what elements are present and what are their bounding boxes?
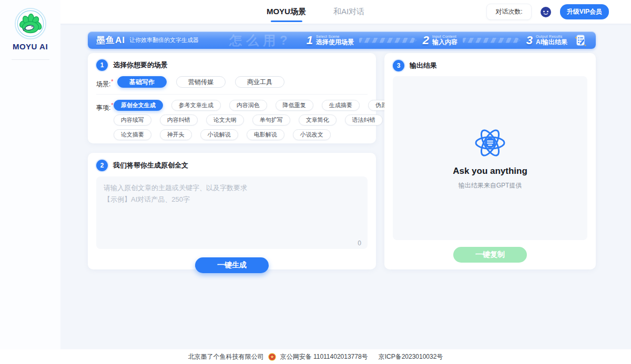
footer: 北京墨了个鱼科技有限公司 京公网安备 11011402013778号 京ICP备… [0, 349, 631, 364]
sidebar-divider [12, 59, 49, 60]
item-chip-novel-rewrite[interactable]: 小说改文 [293, 129, 331, 140]
output-empty-panel: Ask you anything 输出结果来自GPT提供 [393, 76, 587, 240]
copy-button-row: 一键复制 [393, 247, 587, 263]
item-chip-original-fulltext[interactable]: 原创全文生成 [114, 100, 163, 111]
banner-steps: 1 Select Scene 选择使用场景 2 Input Content 输入… [307, 35, 567, 46]
nav-tabs: MOYU场景 和AI对话 [267, 0, 364, 24]
banner-step-3: 3 Output Results AI输出结果 [526, 35, 567, 46]
scene-field-label: 场景:* [96, 76, 117, 89]
step-1-zh-label: 选择使用场景 [316, 39, 354, 46]
scene-card-header: 1 选择你想要的场景 [96, 59, 368, 71]
input-textarea-wrap: 0 [96, 176, 368, 251]
step-2-number: 2 [423, 35, 429, 46]
output-card-title: 输出结果 [410, 61, 437, 70]
step-2-en-label: Input Content [432, 35, 457, 39]
topbar-right: 对话次数: 升级VIP会员 [486, 0, 609, 24]
banner-brand: 墨鱼AI [96, 34, 125, 46]
step-arrow-band [359, 38, 418, 43]
logo[interactable]: MOYU AI [0, 0, 60, 51]
step-3-en-label: Output Results [536, 35, 567, 39]
step-1-number: 1 [307, 35, 313, 46]
step-2-zh-label: 输入内容 [432, 39, 457, 46]
copy-button[interactable]: 一键复制 [453, 247, 527, 263]
banner-step-1: 1 Select Scene 选择使用场景 [307, 35, 354, 46]
item-chip-article-simplify[interactable]: 文章简化 [299, 115, 337, 126]
tab-ai-chat-label: 和AI对话 [333, 7, 364, 17]
required-mark: * [111, 78, 113, 85]
scene-card-title: 选择你想要的场景 [113, 60, 168, 70]
tab-ai-chat[interactable]: 和AI对话 [333, 0, 364, 24]
page: MOYU场景 和AI对话 对话次数: 升级VIP会员 [0, 0, 631, 364]
item-chip-paper-outline[interactable]: 论文大纲 [206, 115, 244, 126]
step-1-badge: 1 [96, 59, 108, 71]
step-arrow-band [463, 38, 521, 43]
topbar: MOYU场景 和AI对话 对话次数: 升级VIP会员 [0, 0, 631, 24]
empty-state-title: Ask you anything [453, 166, 527, 176]
step-1-en-label: Select Scene [316, 35, 354, 39]
item-chip-movie-commentary[interactable]: 电影解说 [247, 129, 284, 140]
police-badge-icon [268, 353, 276, 361]
active-tab-underline [270, 20, 302, 22]
input-card: 2 我们将帮你生成原创全文 0 一键生成 [88, 153, 376, 269]
banner-watermark: 怎么用? [229, 32, 292, 49]
logo-text: MOYU AI [13, 42, 48, 51]
footer-police-record: 京公网安备 11011402013778号 [280, 352, 368, 361]
item-chip-content-polish[interactable]: 内容润色 [229, 100, 267, 111]
moyu-logo-icon [14, 7, 47, 40]
item-chips-row: 事项:* 原创全文生成 参考文章生成 内容润色 降低重复 生成摘要 伪原创 强力… [96, 100, 368, 140]
scene-tab-basic-writing[interactable]: 基础写作 [117, 76, 167, 88]
item-chip-content-correction[interactable]: 内容纠错 [160, 115, 198, 126]
tab-moyu-scene[interactable]: MOYU场景 [267, 0, 306, 24]
char-counter: 0 [358, 240, 361, 247]
item-chip-novel-commentary[interactable]: 小说解说 [200, 129, 238, 140]
item-chip-sentence-expand[interactable]: 单句扩写 [252, 115, 290, 126]
generate-button[interactable]: 一键生成 [195, 257, 269, 273]
tab-moyu-scene-label: MOYU场景 [267, 7, 306, 17]
topic-input[interactable] [96, 176, 368, 249]
step-3-number: 3 [526, 35, 533, 46]
sidebar: MOYU AI [0, 0, 60, 349]
item-chip-great-opening[interactable]: 神开头 [160, 129, 192, 140]
output-card: 3 输出结果 [384, 53, 596, 269]
memo-pencil-icon [574, 34, 587, 47]
avatar-face-icon [539, 5, 553, 19]
user-avatar-icon[interactable] [539, 5, 553, 19]
banner-tagline: 让你效率翻倍的文字生成器 [129, 36, 199, 44]
generate-button-row: 一键生成 [96, 257, 368, 273]
banner-step-2: 2 Input Content 输入内容 [423, 35, 457, 46]
item-chip-content-continue[interactable]: 内容续写 [114, 115, 151, 126]
scene-select-card: 1 选择你想要的场景 场景:* 基础写作 营销传媒 商业工具 事项:* [88, 53, 376, 143]
chat-count-pill[interactable]: 对话次数: [486, 4, 531, 20]
scene-tabs-row: 场景:* 基础写作 营销传媒 商业工具 [96, 76, 368, 89]
item-chip-grammar-correction[interactable]: 语法纠错 [345, 115, 383, 126]
step-3-badge: 3 [393, 60, 404, 71]
item-field-label: 事项:* [96, 100, 114, 112]
footer-company: 北京墨了个鱼科技有限公司 [188, 352, 264, 361]
item-chip-generate-summary[interactable]: 生成摘要 [322, 100, 360, 111]
atom-icon [473, 126, 507, 160]
scene-tab-marketing-media[interactable]: 营销传媒 [176, 76, 226, 88]
item-chip-reduce-duplication[interactable]: 降低重复 [276, 100, 313, 111]
item-chip-paper-abstract[interactable]: 论文摘要 [114, 129, 151, 140]
scene-tab-business-tools[interactable]: 商业工具 [235, 76, 284, 88]
how-to-banner: 墨鱼AI 让你效率翻倍的文字生成器 怎么用? 1 Select Scene 选择… [88, 32, 596, 49]
left-column: 1 选择你想要的场景 场景:* 基础写作 营销传媒 商业工具 事项:* [88, 53, 376, 269]
scene-tab-group: 基础写作 营销传媒 商业工具 [117, 76, 284, 88]
main-content: 墨鱼AI 让你效率翻倍的文字生成器 怎么用? 1 Select Scene 选择… [60, 24, 631, 349]
empty-state-subtitle: 输出结果来自GPT提供 [459, 181, 522, 190]
item-chip-reference-article[interactable]: 参考文章生成 [171, 100, 221, 111]
step-3-zh-label: AI输出结果 [536, 39, 567, 46]
step-2-badge: 2 [96, 160, 108, 171]
footer-icp-record: 京ICP备2023010032号 [379, 352, 443, 361]
scene-card-divider [96, 94, 368, 95]
input-card-title: 我们将帮你生成原创全文 [113, 161, 188, 170]
input-card-header: 2 我们将帮你生成原创全文 [96, 160, 368, 171]
upgrade-vip-button[interactable]: 升级VIP会员 [560, 4, 609, 19]
output-card-header: 3 输出结果 [393, 60, 587, 71]
cards-area: 1 选择你想要的场景 场景:* 基础写作 营销传媒 商业工具 事项:* [88, 53, 596, 269]
